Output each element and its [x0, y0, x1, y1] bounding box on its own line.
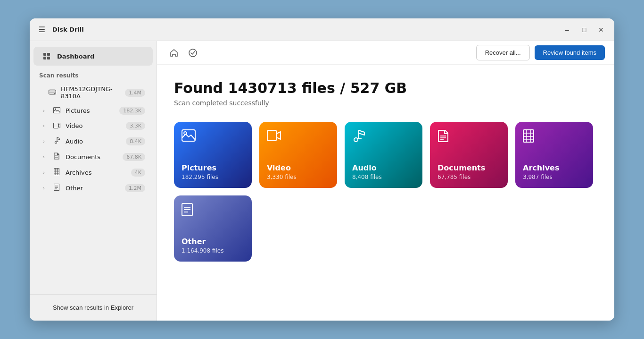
- chevron-icon: ›: [43, 186, 49, 191]
- card-inner-archives: Archives 3,987 files: [523, 129, 586, 180]
- sidebar-audio-label: Audio: [66, 138, 126, 145]
- chevron-icon: ›: [43, 108, 49, 113]
- card-inner-video: Video 3,330 files: [267, 129, 330, 180]
- sidebar-item-archives[interactable]: › Archives 4K: [33, 165, 153, 180]
- main-content: Recover all... Review found items Found …: [157, 41, 614, 321]
- pictures-icon: [52, 107, 61, 115]
- card-inner-pictures: Pictures 182,295 files: [182, 129, 244, 180]
- pictures-card-icon: [182, 129, 196, 144]
- category-card-audio[interactable]: Audio 8,408 files: [345, 122, 422, 188]
- other-card-icon: [182, 203, 193, 218]
- sidebar-other-badge: 1.2M: [125, 184, 145, 192]
- archives-card-icon: [523, 129, 534, 144]
- app-body: Dashboard Scan results HFM512GDJTNG-8310…: [30, 41, 614, 321]
- home-icon[interactable]: [166, 45, 182, 60]
- sidebar-drive-item[interactable]: HFM512GDJTNG-8310A 1.4M: [33, 82, 153, 103]
- documents-icon: [52, 153, 61, 161]
- category-card-documents[interactable]: Documents 67,785 files: [430, 122, 508, 188]
- top-bar-actions: Recover all... Review found items: [476, 45, 605, 60]
- card-inner-documents: Documents 67,785 files: [438, 129, 500, 180]
- video-card-name: Video: [267, 163, 330, 172]
- video-card-count: 3,330 files: [267, 174, 330, 180]
- chevron-icon: ›: [43, 123, 49, 128]
- nav-icons: [166, 45, 200, 60]
- audio-icon: [52, 137, 61, 145]
- sidebar-top: Dashboard Scan results HFM512GDJTNG-8310…: [30, 41, 157, 294]
- sidebar-item-documents[interactable]: › Documents 67.8K: [33, 149, 153, 164]
- video-card-icon: [267, 129, 281, 144]
- video-icon: [52, 122, 61, 130]
- close-button[interactable]: ✕: [594, 22, 609, 37]
- app-window: ☰ Disk Drill – □ ✕: [30, 18, 614, 321]
- svg-rect-26: [267, 130, 276, 141]
- category-card-archives[interactable]: Archives 3,987 files: [515, 122, 593, 188]
- sidebar-item-audio[interactable]: › Audio 8.4K: [33, 134, 153, 149]
- content-area: Found 1430713 files / 527 GB Scan comple…: [157, 65, 614, 321]
- top-bar: Recover all... Review found items: [157, 41, 614, 65]
- menu-icon[interactable]: ☰: [35, 23, 49, 36]
- category-card-pictures[interactable]: Pictures 182,295 files: [174, 122, 252, 188]
- svg-point-10: [55, 142, 57, 144]
- sidebar-item-dashboard[interactable]: Dashboard: [33, 47, 153, 66]
- category-grid: Pictures 182,295 files: [174, 122, 597, 262]
- archives-icon: [52, 168, 61, 177]
- show-explorer-button[interactable]: Show scan results in Explorer: [33, 300, 153, 315]
- minimize-button[interactable]: –: [560, 22, 575, 37]
- sidebar-video-badge: 3.3K: [126, 122, 145, 130]
- found-subtitle: Scan completed successfully: [174, 99, 597, 107]
- pictures-card-name: Pictures: [182, 163, 244, 172]
- sidebar-item-other[interactable]: › Other 1.2M: [33, 180, 153, 195]
- chevron-icon: ›: [43, 170, 49, 175]
- drive-label: HFM512GDJTNG-8310A: [61, 85, 125, 100]
- sidebar-audio-badge: 8.4K: [126, 137, 145, 145]
- window-controls: – □ ✕: [560, 22, 609, 37]
- audio-card-name: Audio: [352, 163, 415, 172]
- sidebar-item-pictures[interactable]: › Pictures 182.3K: [33, 103, 153, 118]
- check-icon[interactable]: [185, 45, 200, 60]
- sidebar-archives-label: Archives: [66, 169, 131, 176]
- app-title: Disk Drill: [52, 26, 84, 33]
- card-inner-audio: Audio 8,408 files: [352, 129, 415, 180]
- other-card-count: 1,164,908 files: [182, 247, 244, 254]
- card-inner-other: Other 1,164,908 files: [182, 203, 244, 254]
- chevron-icon: ›: [43, 139, 49, 144]
- svg-point-23: [189, 49, 197, 57]
- sidebar-archives-badge: 4K: [131, 169, 145, 177]
- drive-badge: 1.4M: [125, 89, 145, 97]
- recover-all-button[interactable]: Recover all...: [476, 45, 530, 60]
- svg-rect-31: [523, 130, 534, 142]
- archives-card-count: 3,987 files: [523, 174, 586, 180]
- svg-rect-2: [43, 57, 46, 59]
- svg-rect-3: [47, 57, 50, 59]
- svg-point-5: [54, 93, 55, 94]
- svg-point-27: [354, 138, 358, 142]
- category-card-video[interactable]: Video 3,330 files: [259, 122, 337, 188]
- sidebar-item-video[interactable]: › Video 3.3K: [33, 119, 153, 133]
- sidebar: Dashboard Scan results HFM512GDJTNG-8310…: [30, 41, 157, 321]
- category-card-other[interactable]: Other 1,164,908 files: [174, 195, 252, 262]
- other-icon: [52, 184, 61, 192]
- maximize-button[interactable]: □: [577, 22, 592, 37]
- audio-card-count: 8,408 files: [352, 174, 415, 180]
- documents-card-count: 67,785 files: [438, 174, 500, 180]
- sidebar-pictures-badge: 182.3K: [119, 107, 145, 115]
- chevron-icon: ›: [43, 154, 49, 160]
- archives-card-name: Archives: [523, 163, 586, 172]
- dashboard-label: Dashboard: [57, 53, 94, 60]
- pictures-card-count: 182,295 files: [182, 174, 244, 180]
- review-found-items-button[interactable]: Review found items: [535, 45, 605, 60]
- drive-icon: [49, 89, 56, 97]
- svg-rect-0: [43, 53, 46, 56]
- svg-rect-1: [47, 53, 50, 56]
- title-bar: ☰ Disk Drill – □ ✕: [30, 18, 614, 41]
- sidebar-documents-badge: 67.8K: [123, 153, 145, 161]
- documents-card-name: Documents: [438, 163, 500, 172]
- documents-card-icon: [438, 129, 449, 144]
- other-card-name: Other: [182, 237, 244, 246]
- scan-results-header: Scan results: [30, 68, 157, 82]
- sidebar-other-label: Other: [66, 185, 125, 192]
- sidebar-documents-label: Documents: [66, 153, 123, 161]
- dashboard-icon: [41, 51, 52, 62]
- sidebar-pictures-label: Pictures: [66, 107, 119, 114]
- sidebar-video-label: Video: [66, 122, 126, 129]
